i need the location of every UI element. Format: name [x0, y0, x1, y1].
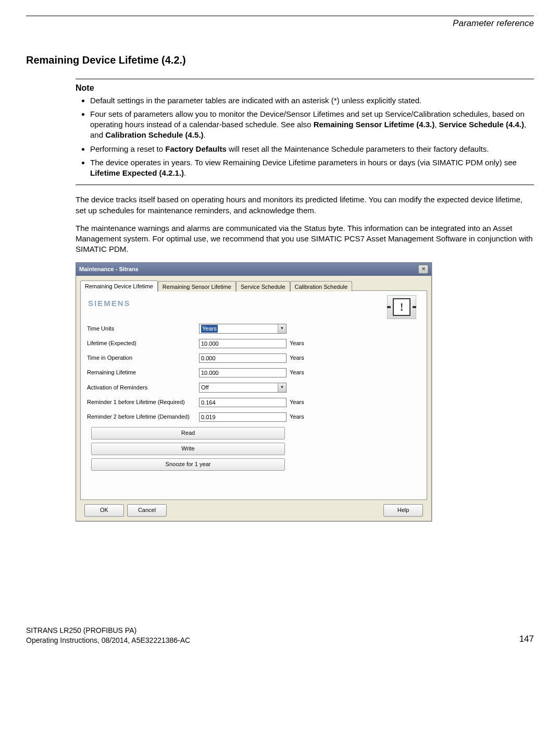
input-reminder-2[interactable] [199, 412, 287, 422]
status-icon: ! [387, 295, 416, 319]
tab-strip: Remaining Device Lifetime Remaining Sens… [80, 280, 427, 291]
label-reminder-2: Reminder 2 before Lifetime (Demanded) [87, 413, 199, 421]
note-box: Note Default settings in the parameter t… [76, 79, 534, 185]
unit-label: Years [290, 398, 304, 406]
help-button[interactable]: Help [383, 504, 423, 517]
label-remaining-lifetime: Remaining Lifetime [87, 369, 199, 376]
chapter-header: Parameter reference [26, 18, 534, 30]
note-item: Four sets of parameters allow you to mon… [90, 109, 534, 141]
tab-service-schedule[interactable]: Service Schedule [236, 281, 290, 292]
select-time-units[interactable]: Years ▼ [199, 324, 287, 334]
body-paragraph: The device tracks itself based on operat… [76, 194, 534, 216]
body-paragraph: The maintenance warnings and alarms are … [76, 223, 534, 255]
unit-label: Years [290, 354, 304, 362]
section-heading: Remaining Device Lifetime (4.2.) [26, 53, 534, 67]
cancel-button[interactable]: Cancel [127, 504, 167, 517]
tab-remaining-device-lifetime[interactable]: Remaining Device Lifetime [80, 280, 158, 292]
close-icon[interactable]: ✕ [418, 265, 428, 274]
note-list: Default settings in the parameter tables… [76, 95, 534, 179]
note-item: Performing a reset to Factory Defaults w… [90, 144, 534, 154]
ok-button[interactable]: OK [84, 504, 124, 517]
label-activation-reminders: Activation of Reminders [87, 384, 199, 392]
maintenance-dialog: Maintenance - Sitrans ✕ Remaining Device… [76, 262, 432, 522]
dialog-titlebar[interactable]: Maintenance - Sitrans ✕ [76, 263, 431, 276]
input-remaining-lifetime[interactable] [199, 368, 287, 377]
read-button[interactable]: Read [91, 427, 285, 440]
footer-product: SITRANS LR250 (PROFIBUS PA) [26, 626, 534, 636]
dialog-title: Maintenance - Sitrans [79, 265, 139, 273]
siemens-logo: SIEMENS [88, 298, 420, 309]
unit-label: Years [290, 339, 304, 347]
page-footer: SITRANS LR250 (PROFIBUS PA) Operating In… [26, 626, 534, 645]
unit-label: Years [290, 369, 304, 376]
note-title: Note [76, 82, 534, 94]
footer-docinfo: Operating Instructions, 08/2014, A5E3222… [26, 636, 534, 645]
write-button[interactable]: Write [91, 443, 285, 455]
page-number: 147 [519, 633, 534, 645]
note-item: The device operates in years. To view Re… [90, 157, 534, 179]
label-time-units: Time Units [87, 325, 199, 333]
chevron-down-icon[interactable]: ▼ [278, 324, 286, 333]
input-lifetime-expected[interactable] [199, 339, 287, 348]
label-reminder-1: Reminder 1 before Lifetime (Required) [87, 398, 199, 406]
unit-label: Years [290, 413, 304, 421]
label-time-in-operation: Time in Operation [87, 354, 199, 362]
top-rule [26, 16, 534, 16]
snooze-button[interactable]: Snooze for 1 year [91, 458, 285, 471]
tab-remaining-sensor-lifetime[interactable]: Remaining Sensor Lifetime [158, 281, 236, 292]
input-reminder-1[interactable] [199, 398, 287, 407]
input-time-in-operation[interactable] [199, 353, 287, 363]
note-item: Default settings in the parameter tables… [90, 95, 534, 106]
dialog-bottom-bar: OK Cancel Help [80, 500, 427, 521]
chevron-down-icon[interactable]: ▼ [278, 383, 286, 392]
select-activation-reminders[interactable]: Off ▼ [199, 383, 287, 393]
tab-calibration-schedule[interactable]: Calibration Schedule [290, 281, 353, 292]
label-lifetime-expected: Lifetime (Expected) [87, 339, 199, 347]
tab-panel: SIEMENS ! Time Units Years ▼ Lifetime (E… [80, 290, 427, 500]
warning-icon: ! [393, 298, 410, 316]
